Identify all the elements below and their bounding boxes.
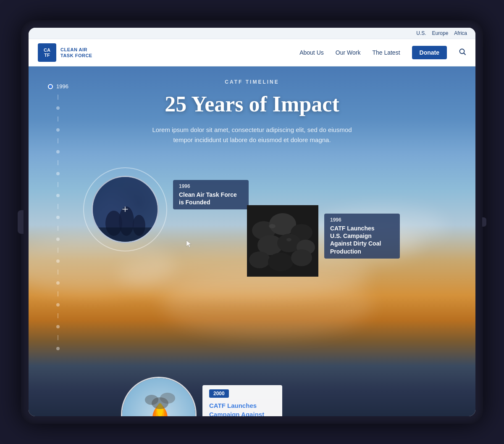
event-title-3: CATF LaunchesCampaign AgainstSuper Pollu… bbox=[209, 401, 276, 416]
svg-point-27 bbox=[145, 395, 158, 405]
region-africa[interactable]: Africa bbox=[454, 30, 467, 36]
timeline-dot bbox=[56, 238, 60, 241]
cursor-icon bbox=[186, 240, 192, 248]
region-us[interactable]: U.S. bbox=[416, 30, 426, 36]
nav-our-work[interactable]: Our Work bbox=[336, 49, 361, 56]
catf-timeline-label: CATF TIMELINE bbox=[29, 79, 475, 85]
svg-point-0 bbox=[460, 49, 465, 53]
device-frame: U.S. Europe Africa CATF CLEAN AIR TASK F… bbox=[21, 20, 483, 424]
header: CATF CLEAN AIR TASK FORCE About Us Our W… bbox=[29, 39, 475, 66]
event-image-coal bbox=[247, 205, 318, 277]
event-info-tag-founded: 1996 Clean Air Task Forceis Founded bbox=[173, 180, 249, 209]
timeline-dot bbox=[56, 281, 60, 285]
logo-area[interactable]: CATF CLEAN AIR TASK FORCE bbox=[38, 43, 92, 62]
region-europe[interactable]: Europe bbox=[432, 30, 449, 36]
event-info-tag-coal: 1996 CATF LaunchesU.S. CampaignAgainst D… bbox=[324, 214, 400, 259]
donate-button[interactable]: Donate bbox=[412, 46, 447, 59]
event-info-card-2000: 2000 CATF LaunchesCampaign AgainstSuper … bbox=[202, 385, 282, 416]
nav-about-us[interactable]: About Us bbox=[299, 49, 324, 56]
svg-point-15 bbox=[268, 253, 293, 271]
timeline-dot bbox=[56, 150, 60, 153]
event-title-1: Clean Air Task Forceis Founded bbox=[179, 191, 243, 206]
hero-text-center: CATF TIMELINE 25 Years of Impact Lorem i… bbox=[29, 79, 475, 145]
event-image-flare bbox=[121, 377, 197, 416]
svg-line-1 bbox=[464, 53, 466, 55]
event-title-2: CATF LaunchesU.S. CampaignAgainst Dirty … bbox=[330, 225, 394, 255]
logo-box: CATF bbox=[38, 43, 56, 62]
timeline-dot bbox=[56, 325, 60, 328]
svg-point-16 bbox=[291, 249, 312, 266]
hero-section: 1996 bbox=[29, 66, 475, 416]
logo-text: CLEAN AIR TASK FORCE bbox=[60, 47, 92, 59]
event-image-founded bbox=[92, 176, 159, 243]
hero-title: 25 Years of Impact bbox=[29, 92, 475, 116]
event-card-2000[interactable]: 2000 CATF LaunchesCampaign AgainstSuper … bbox=[121, 377, 282, 416]
svg-point-18 bbox=[286, 238, 291, 241]
timeline-dot bbox=[56, 303, 60, 307]
event-image-ring: + bbox=[83, 167, 167, 251]
search-icon[interactable] bbox=[459, 48, 466, 58]
event-card-1996-founded[interactable]: + 1996 Clean Air Task Forceis Founded bbox=[83, 167, 249, 251]
event-year-badge-2000: 2000 bbox=[209, 389, 229, 398]
timeline-dot bbox=[56, 259, 60, 263]
hero-subtitle-2: tempor incididunt ut labore do eiusmod e… bbox=[147, 135, 357, 145]
timeline-dot bbox=[56, 194, 60, 197]
svg-rect-6 bbox=[93, 227, 159, 243]
event-year-1: 1996 bbox=[179, 183, 243, 189]
timeline-dot bbox=[56, 172, 60, 175]
nav-the-latest[interactable]: The Latest bbox=[372, 49, 400, 56]
nav-links: About Us Our Work The Latest Donate bbox=[299, 46, 466, 59]
timeline-dot bbox=[56, 216, 60, 219]
event-year-2: 1996 bbox=[330, 217, 394, 223]
hero-subtitle-1: Lorem ipsum dolor sit amet, consectetur … bbox=[147, 125, 357, 135]
region-bar: U.S. Europe Africa bbox=[29, 28, 475, 39]
svg-point-17 bbox=[269, 224, 276, 228]
device-screen: U.S. Europe Africa CATF CLEAN AIR TASK F… bbox=[29, 28, 475, 416]
svg-point-14 bbox=[249, 251, 270, 268]
timeline-dot bbox=[56, 347, 60, 350]
event-card-1996-coal[interactable]: 1996 CATF LaunchesU.S. CampaignAgainst D… bbox=[247, 205, 400, 277]
svg-point-28 bbox=[160, 393, 175, 404]
